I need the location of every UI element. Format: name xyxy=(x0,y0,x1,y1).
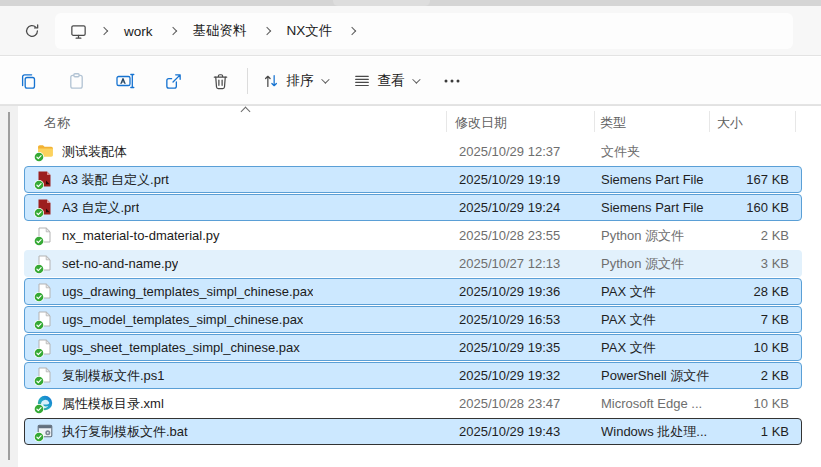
explorer-window: { "breadcrumb": { "items": ["work", "基础资… xyxy=(0,0,821,467)
copy-button[interactable] xyxy=(10,64,46,98)
file-name: nx_material-to-dmaterial.py xyxy=(62,223,220,248)
file-icon-slot xyxy=(37,339,54,356)
refresh-button[interactable] xyxy=(18,20,46,42)
file-row[interactable]: A3 自定义.prt 2025/10/29 19:24 Siemens Part… xyxy=(24,194,802,221)
sync-ok-icon xyxy=(34,236,44,246)
copy-icon xyxy=(19,72,38,91)
file-list: 测试装配体 2025/10/29 12:37 文件夹 A3 装配 自定义.prt… xyxy=(0,138,821,446)
file-date: 2025/10/29 19:36 xyxy=(459,279,560,304)
toolbar-divider xyxy=(247,68,248,94)
chevron-right-icon xyxy=(168,27,176,35)
more-options-button[interactable] xyxy=(432,64,472,98)
file-type: Python 源文件 xyxy=(601,251,684,276)
prt-icon-slot xyxy=(37,199,54,216)
file-name: set-no-and-name.py xyxy=(62,251,178,276)
sync-ok-icon xyxy=(34,292,44,302)
file-size: 10 KB xyxy=(754,391,789,416)
column-separator[interactable] xyxy=(795,111,796,132)
sync-ok-icon xyxy=(34,376,44,386)
file-icon-slot xyxy=(37,227,54,244)
file-row[interactable]: ugs_sheet_templates_simpl_chinese.pax 20… xyxy=(24,334,802,361)
breadcrumb-item-nx-files[interactable]: NX文件 xyxy=(277,18,343,44)
command-toolbar: 排序 查看 xyxy=(0,57,821,105)
file-date: 2025/10/29 12:37 xyxy=(459,139,560,164)
sync-ok-icon xyxy=(34,208,44,218)
column-separator[interactable] xyxy=(709,111,710,132)
file-row[interactable]: ugs_drawing_templates_simpl_chinese.pax … xyxy=(24,278,802,305)
sync-ok-icon xyxy=(34,152,44,162)
file-size: 3 KB xyxy=(761,251,789,276)
file-name: ugs_model_templates_simpl_chinese.pax xyxy=(62,307,303,332)
rename-icon xyxy=(115,71,135,91)
file-date: 2025/10/28 23:55 xyxy=(459,223,560,248)
file-row[interactable]: set-no-and-name.py 2025/10/27 12:13 Pyth… xyxy=(24,250,802,277)
column-header-size[interactable]: 大小 xyxy=(717,114,743,132)
file-date: 2025/10/29 19:43 xyxy=(459,419,560,444)
sort-button[interactable]: 排序 xyxy=(256,64,332,98)
view-icon xyxy=(353,72,371,90)
file-row[interactable]: 执行复制模板文件.bat 2025/10/29 19:43 Windows 批处… xyxy=(24,418,802,445)
sync-ok-icon xyxy=(34,404,44,414)
file-size: 7 KB xyxy=(761,307,789,332)
file-row[interactable]: 复制模板文件.ps1 2025/10/29 19:32 PowerShell 源… xyxy=(24,362,802,389)
refresh-icon xyxy=(23,22,41,40)
file-name: 测试装配体 xyxy=(62,139,127,164)
sort-label: 排序 xyxy=(287,72,314,90)
sync-ok-icon xyxy=(34,348,44,358)
file-name: A3 装配 自定义.prt xyxy=(62,167,169,192)
chevron-right-icon xyxy=(348,27,356,35)
file-size: 10 KB xyxy=(754,335,789,360)
file-size: 1 KB xyxy=(761,419,789,444)
sync-ok-icon xyxy=(34,264,44,274)
file-date: 2025/10/29 19:24 xyxy=(459,195,560,220)
file-row[interactable]: A3 装配 自定义.prt 2025/10/29 19:19 Siemens P… xyxy=(24,166,802,193)
file-type: PAX 文件 xyxy=(601,307,656,332)
file-date: 2025/10/27 12:13 xyxy=(459,251,560,276)
file-size: 167 KB xyxy=(746,167,789,192)
file-name: A3 自定义.prt xyxy=(62,195,139,220)
sync-ok-icon xyxy=(34,432,44,442)
view-label: 查看 xyxy=(378,72,405,90)
file-type: Siemens Part File xyxy=(601,167,704,192)
column-separator[interactable] xyxy=(446,111,447,132)
chevron-down-icon xyxy=(321,75,329,83)
file-type: PAX 文件 xyxy=(601,279,656,304)
file-row[interactable]: nx_material-to-dmaterial.py 2025/10/28 2… xyxy=(24,222,802,249)
file-type: PowerShell 源文件 xyxy=(601,363,709,388)
file-size: 160 KB xyxy=(746,195,789,220)
paste-button[interactable] xyxy=(58,64,94,98)
file-type: PAX 文件 xyxy=(601,335,656,360)
navigation-bar: work 基础资料 NX文件 xyxy=(0,6,821,56)
file-name: 执行复制模板文件.bat xyxy=(62,419,188,444)
column-separator[interactable] xyxy=(594,111,595,132)
file-icon-slot xyxy=(37,367,54,384)
file-date: 2025/10/29 19:32 xyxy=(459,363,560,388)
column-header-date[interactable]: 修改日期 xyxy=(455,114,507,132)
sort-ascending-icon xyxy=(241,107,251,117)
file-name: 复制模板文件.ps1 xyxy=(62,363,165,388)
file-icon-slot xyxy=(37,311,54,328)
file-size: 2 KB xyxy=(761,363,789,388)
view-button[interactable]: 查看 xyxy=(348,64,422,98)
file-row[interactable]: ugs_model_templates_simpl_chinese.pax 20… xyxy=(24,306,802,333)
sync-ok-icon xyxy=(34,180,44,190)
file-name: 属性模板目录.xml xyxy=(62,391,164,416)
file-icon-slot xyxy=(37,283,54,300)
delete-icon xyxy=(211,72,230,91)
file-row[interactable]: 属性模板目录.xml 2025/10/28 23:47 Microsoft Ed… xyxy=(24,390,802,417)
file-type: Microsoft Edge ... xyxy=(601,391,702,416)
folder-icon-slot xyxy=(37,143,54,160)
breadcrumb-item-work[interactable]: work xyxy=(114,20,163,43)
share-button[interactable] xyxy=(155,64,191,98)
file-size: 2 KB xyxy=(761,223,789,248)
file-date: 2025/10/28 23:47 xyxy=(459,391,560,416)
delete-button[interactable] xyxy=(202,64,238,98)
file-date: 2025/10/29 16:53 xyxy=(459,307,560,332)
rename-button[interactable] xyxy=(107,64,143,98)
breadcrumb-item-base-data[interactable]: 基础资料 xyxy=(183,18,257,44)
column-header-type[interactable]: 类型 xyxy=(600,114,626,132)
file-row[interactable]: 测试装配体 2025/10/29 12:37 文件夹 xyxy=(24,138,802,165)
column-header-name[interactable]: 名称 xyxy=(44,114,70,132)
bat-icon-slot xyxy=(37,423,54,440)
address-bar[interactable]: work 基础资料 NX文件 xyxy=(55,13,793,49)
